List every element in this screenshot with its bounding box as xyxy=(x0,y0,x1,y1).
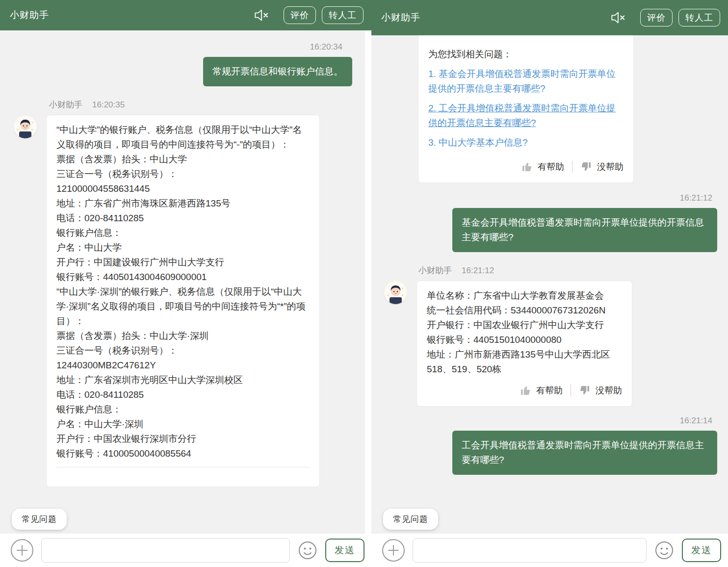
bot-avatar xyxy=(384,281,407,304)
thumbs-up-icon xyxy=(521,161,533,173)
not-helpful-button[interactable]: 没帮助 xyxy=(579,385,622,396)
app-title: 小财助手 xyxy=(381,11,420,24)
bot-name: 小财助手 xyxy=(418,265,452,276)
user-message-bubble: 常规开票信息和银行账户信息。 xyxy=(203,57,352,86)
not-helpful-button[interactable]: 没帮助 xyxy=(580,161,624,173)
message-input[interactable] xyxy=(41,538,290,563)
not-helpful-label: 没帮助 xyxy=(596,385,622,396)
bot-related-questions-bubble: 为您找到相关问题： 1. 基金会开具增值税普通发票时需向开票单位提供的开票信息主… xyxy=(418,35,633,182)
timestamp: 16:20:34 xyxy=(0,42,365,52)
chat-scroll-area[interactable]: 为您找到相关问题： 1. 基金会开具增值税普通发票时需向开票单位提供的开票信息主… xyxy=(371,35,728,534)
message-input[interactable] xyxy=(413,538,647,563)
app-title: 小财助手 xyxy=(10,9,49,22)
message-input-bar: 发送 xyxy=(371,534,728,567)
chat-scroll-area[interactable]: 16:20:34 常规开票信息和银行账户信息。 小财助手 16:20:35 xyxy=(0,30,371,534)
user-message-bubble: 基金会开具增值税普通发票时需向开票单位提供的开票信息主要有哪些? xyxy=(452,208,717,252)
thumbs-up-icon xyxy=(520,385,531,396)
chat-header: 小财助手 评价 转人工 xyxy=(0,0,371,30)
helpful-label: 有帮助 xyxy=(538,161,564,173)
user-message-bubble: 工会开具增值税普通发票时需向开票单位提供的开票信息主要有哪些? xyxy=(452,431,717,475)
bot-avatar xyxy=(14,115,37,138)
message-input-bar: 发送 xyxy=(0,534,371,567)
bubble-divider xyxy=(56,467,310,481)
attach-plus-button[interactable] xyxy=(11,539,33,562)
faq-button[interactable]: 常见问题 xyxy=(383,509,438,530)
emoji-smiley-icon[interactable] xyxy=(654,541,674,560)
chat-header: 小财助手 评价 转人工 xyxy=(371,0,728,35)
timestamp: 16:21:14 xyxy=(371,416,728,426)
bot-message-bubble: 单位名称：广东省中山大学教育发展基金会 统一社会信用代码：53440000767… xyxy=(417,281,632,406)
bot-name: 小财助手 xyxy=(49,99,82,110)
chat-panel-right: 小财助手 评价 转人工 为您找到相关问题： 1. 基金会开具增值税普通发票时需向… xyxy=(371,0,728,567)
thumbs-down-icon xyxy=(580,161,592,173)
thumbs-down-icon xyxy=(579,385,591,396)
rate-button[interactable]: 评价 xyxy=(284,6,316,24)
helpful-button[interactable]: 有帮助 xyxy=(520,385,563,396)
helpful-label: 有帮助 xyxy=(536,385,563,396)
helpful-button[interactable]: 有帮助 xyxy=(521,161,564,173)
related-questions-intro: 为您找到相关问题： xyxy=(428,47,624,62)
transfer-to-human-button[interactable]: 转人工 xyxy=(678,9,720,26)
feedback-separator xyxy=(572,161,572,173)
rate-button[interactable]: 评价 xyxy=(640,9,673,26)
send-button[interactable]: 发送 xyxy=(325,539,364,562)
dual-chat-screen: 小财助手 评价 转人工 16:20:34 常规开票信息和银行账户信息。 小财助手… xyxy=(0,0,728,567)
related-question-link-3[interactable]: 3. 中山大学基本户信息? xyxy=(428,135,624,150)
bot-message-text: 单位名称：广东省中山大学教育发展基金会 统一社会信用代码：53440000767… xyxy=(427,288,622,377)
bot-message-bubble: “中山大学”的银行账户、税务信息（仅限用于以“中山大学”名义取得的项目，即项目号… xyxy=(47,115,319,487)
mute-speaker-icon[interactable] xyxy=(610,10,626,25)
feedback-separator xyxy=(571,385,571,396)
chat-panel-left: 小财助手 评价 转人工 16:20:34 常规开票信息和银行账户信息。 小财助手… xyxy=(0,0,371,567)
attach-plus-button[interactable] xyxy=(382,539,405,562)
timestamp: 16:21:12 xyxy=(462,266,494,276)
timestamp: 16:21:12 xyxy=(371,193,728,203)
not-helpful-label: 没帮助 xyxy=(597,161,624,173)
feedback-row: 有帮助 没帮助 xyxy=(427,385,622,400)
related-question-link-2[interactable]: 2. 工会开具增值税普通发票时需向开票单位提供的开票信息主要有哪些? xyxy=(428,101,624,130)
feedback-row: 有帮助 没帮助 xyxy=(428,161,624,177)
emoji-smiley-icon[interactable] xyxy=(298,541,317,560)
send-button[interactable]: 发送 xyxy=(682,539,721,562)
transfer-to-human-button[interactable]: 转人工 xyxy=(322,6,364,24)
bot-message-text: “中山大学”的银行账户、税务信息（仅限用于以“中山大学”名义取得的项目，即项目号… xyxy=(56,123,310,461)
timestamp: 16:20:35 xyxy=(92,100,125,110)
faq-button[interactable]: 常见问题 xyxy=(12,509,67,530)
related-question-link-1[interactable]: 1. 基金会开具增值税普通发票时需向开票单位提供的开票信息主要有哪些? xyxy=(428,67,624,96)
mute-speaker-icon[interactable] xyxy=(253,8,270,23)
